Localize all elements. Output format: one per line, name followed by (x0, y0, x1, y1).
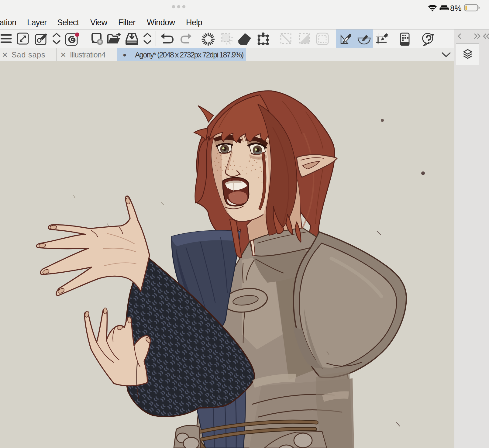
svg-text:8%: 8% (450, 4, 462, 12)
